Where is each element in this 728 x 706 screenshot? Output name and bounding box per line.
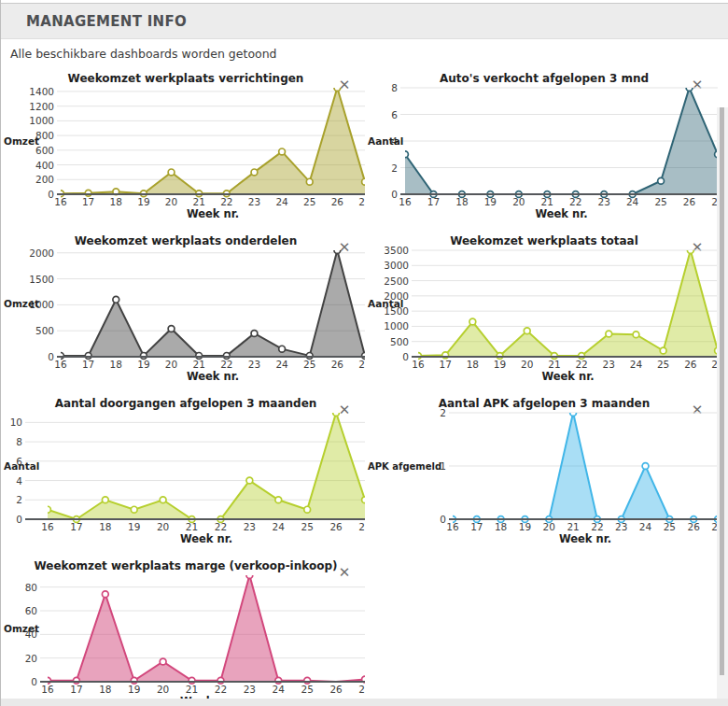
area-chart: 02468161718192021222324252627AantalWeek …	[365, 67, 718, 230]
x-tick-label: 25	[664, 521, 676, 532]
scrollbar-thumb[interactable]	[720, 107, 724, 675]
y-axis-label: Omzet	[4, 298, 39, 309]
y-tick-label: 400	[35, 160, 54, 171]
y-tick-label: 0	[48, 189, 54, 200]
x-tick-label: 20	[165, 359, 177, 370]
data-point-marker	[524, 328, 530, 334]
x-tick-label: 19	[137, 196, 149, 207]
chart-panel-doorgangen: Aantal doorgangen afgelopen 3 maanden ✕ …	[1, 392, 365, 555]
data-point-marker	[660, 347, 666, 354]
x-tick-label: 16	[446, 521, 459, 532]
x-tick-label: 16	[399, 196, 412, 207]
chart-panel-weekomzet-onderdelen: Weekomzet werkplaats onderdelen ✕ 050010…	[1, 230, 365, 392]
x-tick-label: 23	[248, 359, 260, 370]
page-header: MANAGEMENT INFO	[1, 3, 728, 39]
x-tick-label: 16	[412, 359, 425, 370]
x-tick-label: 26	[687, 521, 700, 532]
x-tick-label: 26	[331, 359, 344, 370]
data-point-marker	[606, 331, 612, 337]
x-tick-label: 24	[273, 521, 286, 532]
x-tick-label: 20	[543, 521, 555, 532]
y-tick-label: 0	[402, 351, 409, 362]
area-fill	[61, 88, 365, 194]
y-tick-label: 60	[25, 605, 37, 616]
y-tick-label: 1400	[29, 86, 54, 97]
x-tick-label: 19	[494, 359, 506, 370]
data-point-marker	[304, 506, 311, 513]
chart-series	[45, 572, 365, 685]
x-axis-label: Week nr.	[187, 207, 239, 220]
x-tick-label: 23	[244, 684, 256, 695]
x-tick-label: 25	[301, 521, 313, 532]
x-tick-label: 21	[186, 521, 198, 532]
y-tick-label: 8	[391, 82, 398, 93]
area-chart: 0200400600800100012001400161718192021222…	[1, 67, 365, 230]
x-tick-label: 19	[128, 521, 140, 532]
x-axis-label: Week nr.	[535, 207, 587, 220]
data-point-marker	[633, 332, 639, 338]
y-tick-label: 0	[391, 189, 398, 200]
data-point-marker	[334, 247, 341, 254]
x-tick-label: 17	[70, 521, 82, 532]
data-point-marker	[251, 331, 258, 337]
vertical-scrollbar[interactable]	[717, 107, 728, 699]
x-tick-label: 23	[244, 521, 256, 532]
data-point-marker	[642, 463, 649, 470]
area-fill	[418, 250, 718, 357]
y-tick-label: 2	[391, 162, 398, 174]
y-axis-label: APK afgemeld	[368, 461, 441, 472]
x-tick-label: 21	[541, 196, 553, 207]
x-tick-label: 22	[215, 521, 227, 532]
x-tick-label: 16	[54, 359, 67, 370]
x-tick-label: 18	[99, 521, 111, 532]
x-tick-label: 19	[484, 196, 497, 207]
x-tick-label: 18	[99, 684, 111, 695]
data-point-marker	[160, 658, 166, 665]
y-tick-label: 0	[48, 351, 54, 362]
page-title: MANAGEMENT INFO	[1, 13, 187, 30]
data-point-marker	[102, 591, 108, 598]
x-tick-label: 17	[439, 359, 451, 370]
data-point-marker	[279, 346, 286, 352]
x-tick-label: 20	[521, 359, 533, 370]
y-tick-label: 10	[10, 417, 22, 428]
y-tick-label: 4	[16, 475, 22, 487]
dashboard-status-text: Alle beschikbare dashboards worden getoo…	[10, 47, 277, 61]
chart-panel-autos-verkocht: Auto's verkocht afgelopen 3 mnd ✕ 024681…	[365, 67, 718, 230]
x-tick-label: 20	[157, 684, 169, 695]
y-axis-label: Aantal	[368, 135, 403, 147]
x-axis-label: Week nr.	[187, 370, 239, 383]
x-tick-label: 27	[358, 196, 365, 207]
y-tick-label: 3000	[384, 260, 409, 271]
x-tick-label: 24	[275, 359, 288, 370]
data-point-marker	[333, 410, 340, 417]
data-point-marker	[45, 506, 51, 513]
x-tick-label: 22	[220, 196, 232, 207]
x-tick-label: 23	[597, 196, 609, 207]
x-tick-label: 26	[329, 684, 343, 695]
x-tick-label: 25	[657, 359, 669, 370]
data-point-marker	[168, 326, 175, 332]
x-tick-label: 18	[455, 196, 468, 207]
data-point-marker	[160, 497, 166, 503]
x-tick-label: 25	[303, 359, 315, 370]
chart-panel-weekomzet-totaal: Weekomzet werkplaats totaal ✕ 0500100015…	[365, 230, 718, 392]
x-tick-label: 17	[82, 359, 94, 370]
y-tick-label: 1000	[29, 115, 54, 126]
y-tick-label: 1200	[29, 101, 54, 112]
x-tick-label: 16	[54, 196, 67, 207]
data-point-marker	[279, 148, 286, 155]
x-axis-label: Week nr.	[180, 532, 232, 545]
chart-panel-apk: Aantal APK afgelopen 3 maanden ✕ 0121617…	[365, 392, 718, 555]
data-point-marker	[168, 169, 175, 176]
x-tick-label: 25	[654, 196, 666, 207]
x-tick-label: 25	[303, 196, 315, 207]
x-tick-label: 17	[427, 196, 440, 207]
x-tick-label: 22	[591, 521, 603, 532]
y-tick-label: 500	[35, 325, 54, 336]
y-tick-label: 2	[16, 494, 22, 505]
y-tick-label: 6	[391, 109, 398, 120]
x-tick-label: 22	[575, 359, 587, 370]
x-tick-label: 20	[512, 196, 525, 207]
data-point-marker	[402, 151, 409, 158]
